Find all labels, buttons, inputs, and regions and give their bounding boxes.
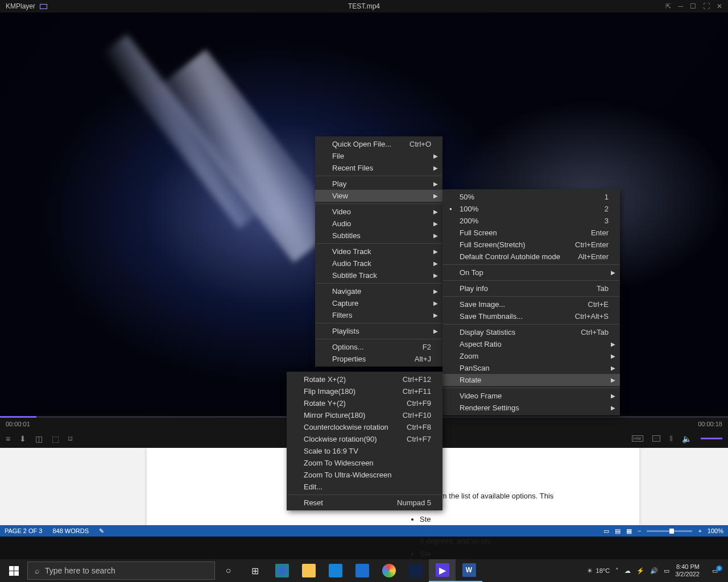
volume-slider[interactable] [701,438,722,439]
close-icon[interactable]: ✕ [717,2,722,10]
rotate-menu-item[interactable]: Rotate Y+(2)Ctrl+F9 [287,397,442,409]
taskbar-app-chrome[interactable] [375,559,402,582]
view-menu-item[interactable]: Rotate▶ [442,374,620,386]
titlebar[interactable]: KMPlayer TEST.mp4 ⇱ ─ ☐ ⛶ ✕ [0,0,728,13]
main-menu-item[interactable]: Playlists▶ [315,325,442,337]
equalizer-icon[interactable]: ⫴ [669,434,673,443]
tray-onedrive-icon[interactable]: ☁ [624,567,631,575]
view-menu-item[interactable]: 200%3 [442,215,620,227]
rotate-menu-item[interactable]: Zoom To Ultra-Widescreen [287,469,442,481]
view-menu-item[interactable]: Renderer Settings▶ [442,402,620,414]
main-menu-item[interactable]: Recent Files▶ [315,162,442,174]
context-menu-rotate[interactable]: Rotate X+(2)Ctrl+F12Flip Image(180)Ctrl+… [287,372,442,510]
word-view-web-icon[interactable]: ▦ [626,527,632,535]
word-page-count[interactable]: PAGE 2 OF 3 [5,527,42,534]
view-menu-item[interactable]: Full ScreenEnter [442,227,620,239]
fullscreen-icon[interactable]: ⛶ [703,2,710,10]
start-button[interactable] [0,559,27,582]
rotate-menu-item[interactable]: Zoom To Widescreen [287,457,442,469]
rotate-menu-item[interactable]: Counterclockwise rotationCtrl+F8 [287,421,442,433]
main-menu-item[interactable]: Navigate▶ [315,285,442,297]
main-menu-item[interactable]: Video Track▶ [315,246,442,257]
crop-icon[interactable]: ⌑ [68,434,72,443]
main-menu-item[interactable]: Subtitle Track▶ [315,269,442,281]
context-menu-view[interactable]: 50%1100%2200%3Full ScreenEnterFull Scree… [442,189,620,415]
main-menu-separator [316,323,442,323]
hd-badge[interactable]: HW [632,435,643,442]
view-menu-item[interactable]: Save Thumbnails...Ctrl+Alt+S [442,310,620,322]
playlist-icon[interactable]: ≡ [6,434,10,443]
word-word-count[interactable]: 848 WORDS [52,527,89,534]
zoom-in-icon[interactable]: + [698,527,701,534]
main-menu-item[interactable]: View▶ [315,190,442,202]
download-icon[interactable]: ⬇ [19,434,26,443]
taskview-button[interactable]: ⊞ [242,559,268,582]
rotate-menu-item[interactable]: Scale to 16:9 TV [287,445,442,457]
maximize-icon[interactable]: ☐ [690,2,696,10]
main-menu-item[interactable]: Audio Track▶ [315,257,442,269]
vr-icon[interactable]: ◫ [35,434,43,443]
main-menu-item[interactable]: Filters▶ [315,309,442,321]
view-menu-item[interactable]: PanScan▶ [442,362,620,374]
main-menu-item[interactable]: Video▶ [315,206,442,218]
taskbar-weather[interactable]: ☀ 18°C [587,567,610,575]
view-menu-item[interactable]: Save Image...Ctrl+E [442,298,620,310]
mute-icon[interactable]: 🔈 [682,434,692,443]
rotate-menu-item[interactable]: Rotate X+(2)Ctrl+F12 [287,373,442,385]
rotate-menu-item[interactable]: Clockwise rotation(90)Ctrl+F7 [287,433,442,445]
taskbar-clock[interactable]: 8:40 PM 3/2/2022 [675,563,700,577]
taskbar-search[interactable]: ⌕ Type here to search [27,562,215,580]
view-menu-item[interactable]: Play infoTab [442,282,620,294]
main-menu-item[interactable]: Subtitles▶ [315,230,442,242]
view-menu-item[interactable]: Full Screen(Stretch)Ctrl+Enter [442,239,620,251]
main-menu-item[interactable]: Options...F2 [315,341,442,353]
main-menu-item[interactable]: Play▶ [315,178,442,190]
taskbar-app-edge[interactable] [268,559,295,582]
taskbar-app-utility[interactable] [402,559,429,582]
view-menu-item[interactable]: Video Frame▶ [442,390,620,402]
rotate-menu-item[interactable]: ResetNumpad 5 [287,497,442,509]
taskbar-app-explorer[interactable] [295,559,322,582]
taskbar-app-mail[interactable] [349,559,375,582]
pin-icon[interactable]: ⇱ [665,2,671,10]
rotate-menu-item[interactable]: Flip Image(180)Ctrl+F11 [287,385,442,397]
main-menu-item[interactable]: Quick Open File...Ctrl+O [315,138,442,150]
cc-badge[interactable]: ··· [652,435,660,442]
main-menu-item[interactable]: PropertiesAlt+J [315,353,442,365]
view-menu-item[interactable]: 50%1 [442,191,620,203]
tray-volume-icon[interactable]: 🔊 [650,567,658,575]
main-menu-item[interactable]: Audio▶ [315,218,442,230]
rotate-menu-item[interactable]: Mirror Picture(180)Ctrl+F10 [287,409,442,421]
rotate-menu-item[interactable]: Edit... [287,481,442,493]
tray-wifi-icon[interactable]: ⚡ [636,567,644,575]
view-menu-item[interactable]: Default Control Autohide modeAlt+Enter [442,251,620,263]
view-menu-item[interactable]: Display StatisticsCtrl+Tab [442,326,620,338]
menu-item-shortcut: Alt+J [398,355,431,363]
word-proofing-icon[interactable]: ✎ [99,527,104,535]
submenu-arrow-icon: ▶ [433,300,438,306]
submenu-arrow-icon: ▶ [433,272,438,278]
cube-icon[interactable]: ⬚ [52,434,59,443]
taskbar-app-word[interactable]: W [456,559,482,582]
context-menu-main[interactable]: Quick Open File...Ctrl+OFile▶Recent File… [315,136,442,367]
view-menu-item[interactable]: Aspect Ratio▶ [442,338,620,350]
word-view-read-icon[interactable]: ▭ [603,527,609,535]
menu-item-shortcut: Ctrl+F9 [390,399,431,408]
taskbar-notifications[interactable]: ▭ 9 [705,567,725,575]
tray-lang-icon[interactable]: ▭ [664,567,669,575]
view-menu-item[interactable]: Zoom▶ [442,350,620,362]
taskbar-app-kmplayer[interactable]: ▶ [429,559,456,582]
minimize-icon[interactable]: ─ [678,2,683,10]
submenu-arrow-icon: ▶ [611,269,615,276]
view-menu-item[interactable]: On Top▶ [442,267,620,278]
zoom-out-icon[interactable]: − [638,527,641,534]
view-menu-item[interactable]: 100%2 [442,203,620,215]
tray-chevron-icon[interactable]: ˄ [615,567,619,575]
word-view-print-icon[interactable]: ▤ [615,527,621,535]
main-menu-item[interactable]: Capture▶ [315,297,442,309]
main-menu-item[interactable]: File▶ [315,150,442,162]
taskbar-app-store[interactable] [322,559,349,582]
cortana-button[interactable]: ○ [215,559,242,582]
zoom-slider[interactable] [647,530,692,532]
zoom-value[interactable]: 100% [708,527,723,534]
